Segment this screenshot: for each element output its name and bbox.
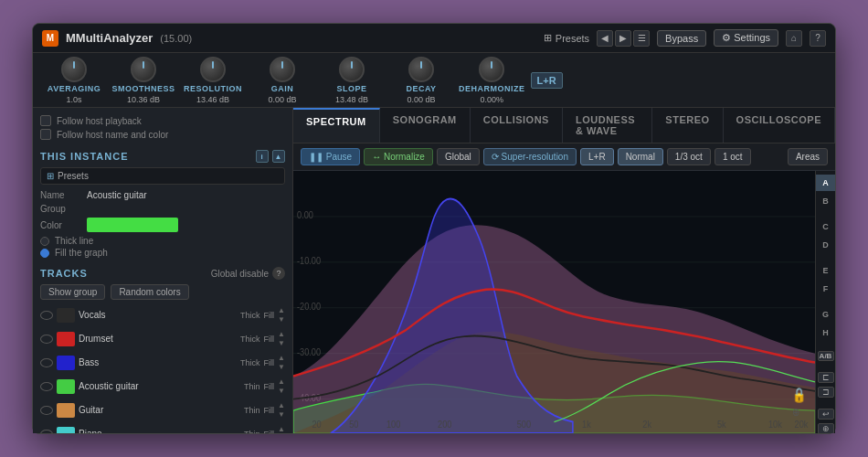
normalize-button[interactable]: ↔ Normalize	[364, 148, 433, 165]
track-up-arrow[interactable]: ▲	[278, 401, 285, 409]
instance-icons: i ▲	[256, 150, 285, 163]
track-down-arrow[interactable]: ▼	[278, 315, 285, 324]
slope-knob[interactable]	[339, 57, 365, 82]
show-group-btn[interactable]: Show group	[40, 284, 105, 300]
track-thick-label[interactable]: Thin	[244, 430, 260, 434]
track-color-swatch[interactable]	[57, 308, 75, 323]
averaging-knob[interactable]	[61, 57, 87, 82]
svg-text:20: 20	[312, 419, 321, 430]
track-color-swatch[interactable]	[57, 403, 75, 418]
settings-button[interactable]: ⚙ Settings	[714, 29, 778, 47]
presets-area[interactable]: ⊞ Presets	[544, 32, 589, 44]
random-colors-btn[interactable]: Random colors	[111, 284, 188, 300]
track-down-arrow[interactable]: ▼	[278, 410, 285, 419]
deharmonize-knob[interactable]	[479, 57, 504, 82]
sidebar-f[interactable]: F	[823, 281, 829, 297]
one-oct-button[interactable]: 1 oct	[715, 148, 751, 165]
tab-loudness&wave[interactable]: LOUDNESS & WAVE	[563, 108, 652, 143]
track-up-arrow[interactable]: ▲	[278, 425, 285, 433]
lr-button[interactable]: L+R	[580, 148, 614, 165]
track-up-arrow[interactable]: ▲	[278, 354, 285, 362]
smoothness-knob[interactable]	[131, 57, 156, 82]
tab-collisions[interactable]: COLLISIONS	[471, 108, 563, 143]
track-color-swatch[interactable]	[57, 332, 75, 346]
areas-button[interactable]: Areas	[788, 148, 828, 165]
lr-badge[interactable]: L+R	[531, 72, 563, 89]
thick-line-radio[interactable]	[40, 237, 49, 246]
zoom-btn[interactable]: ⊕	[818, 423, 834, 433]
knob-resolution: RESOLUTION 13.46 dB	[181, 57, 245, 104]
sidebar-b[interactable]: B	[822, 193, 829, 209]
track-fill-label[interactable]: Fill	[264, 406, 275, 415]
track-thick-label[interactable]: Thick	[240, 358, 260, 367]
track-fill-label[interactable]: Fill	[264, 430, 275, 434]
tab-oscilloscope[interactable]: OSCILLOSCOPE	[724, 108, 835, 143]
normal-button[interactable]: Normal	[618, 148, 663, 165]
color-row: Color	[40, 218, 285, 232]
tabs-row: SPECTRUMSONOGRAMCOLLISIONSLOUDNESS & WAV…	[293, 108, 835, 143]
track-visibility[interactable]	[40, 430, 53, 434]
presets-label: Presets	[58, 171, 279, 181]
tab-spectrum[interactable]: SPECTRUM	[293, 108, 380, 143]
track-up-arrow[interactable]: ▲	[278, 377, 285, 386]
track-color-swatch[interactable]	[57, 427, 75, 434]
undo-btn[interactable]: ↩	[818, 409, 834, 420]
copy-btn[interactable]: ⊏	[818, 372, 834, 383]
decay-knob[interactable]	[408, 57, 434, 82]
nav-menu[interactable]: ☰	[633, 30, 650, 47]
sidebar-c[interactable]: C	[822, 218, 829, 235]
track-down-arrow[interactable]: ▼	[278, 363, 285, 371]
track-color-swatch[interactable]	[57, 356, 75, 370]
pause-button[interactable]: ❚❚ Pause	[301, 148, 360, 165]
nav-prev[interactable]: ◀	[597, 30, 613, 47]
instance-presets-row[interactable]: ⊞ Presets	[40, 167, 285, 185]
instance-expand-btn[interactable]: ▲	[272, 150, 285, 163]
track-fill-label[interactable]: Fill	[264, 311, 275, 320]
tab-stereo[interactable]: STEREO	[652, 108, 723, 143]
track-visibility[interactable]	[40, 335, 53, 344]
bypass-button[interactable]: Bypass	[657, 30, 706, 47]
nav-next[interactable]: ▶	[615, 30, 631, 47]
ab-button[interactable]: A/B	[818, 351, 834, 361]
track-thick-label[interactable]: Thick	[240, 335, 260, 344]
tab-sonogram[interactable]: SONOGRAM	[380, 108, 471, 143]
paste-btn[interactable]: ⊐	[818, 387, 834, 398]
gain-knob[interactable]	[270, 57, 295, 82]
resolution-knob[interactable]	[200, 57, 226, 82]
svg-text:2k: 2k	[642, 419, 651, 430]
track-visibility[interactable]	[40, 311, 53, 320]
track-visibility[interactable]	[40, 382, 53, 391]
help-icon[interactable]: ?	[272, 267, 285, 280]
track-fill-label[interactable]: Fill	[264, 335, 275, 344]
track-fill-label[interactable]: Fill	[264, 382, 275, 391]
global-button[interactable]: Global	[437, 148, 480, 165]
sidebar-a[interactable]: A	[816, 175, 835, 191]
track-thick-label[interactable]: Thick	[240, 311, 260, 320]
color-picker[interactable]	[87, 218, 178, 232]
sidebar-g[interactable]: G	[822, 306, 829, 323]
follow-playback-checkbox[interactable]	[40, 115, 51, 126]
sidebar-e[interactable]: E	[822, 262, 828, 279]
track-fill-label[interactable]: Fill	[264, 358, 275, 367]
sidebar-d[interactable]: D	[822, 237, 829, 253]
track-color-swatch[interactable]	[57, 379, 75, 394]
fill-graph-radio[interactable]	[40, 249, 49, 258]
svg-text:100: 100	[386, 419, 401, 430]
instance-info-btn[interactable]: i	[256, 150, 269, 163]
track-up-arrow[interactable]: ▲	[278, 330, 285, 338]
super-res-button[interactable]: ⟳ Super-resolution	[483, 148, 577, 165]
track-visibility[interactable]	[40, 406, 53, 415]
follow-host-name-checkbox[interactable]	[40, 129, 51, 140]
third-oct-button[interactable]: 1/3 oct	[667, 148, 711, 165]
track-visibility[interactable]	[40, 358, 53, 367]
tabs-container: SPECTRUMSONOGRAMCOLLISIONSLOUDNESS & WAV…	[293, 108, 835, 143]
track-down-arrow[interactable]: ▼	[278, 387, 285, 395]
track-up-arrow[interactable]: ▲	[278, 306, 285, 314]
help-button[interactable]: ?	[810, 30, 826, 47]
home-button[interactable]: ⌂	[786, 30, 802, 47]
track-thick-label[interactable]: Thin	[244, 382, 260, 391]
track-name: Drumset	[79, 334, 237, 344]
track-thick-label[interactable]: Thin	[244, 406, 260, 415]
sidebar-h[interactable]: H	[822, 324, 829, 341]
track-down-arrow[interactable]: ▼	[278, 339, 285, 347]
